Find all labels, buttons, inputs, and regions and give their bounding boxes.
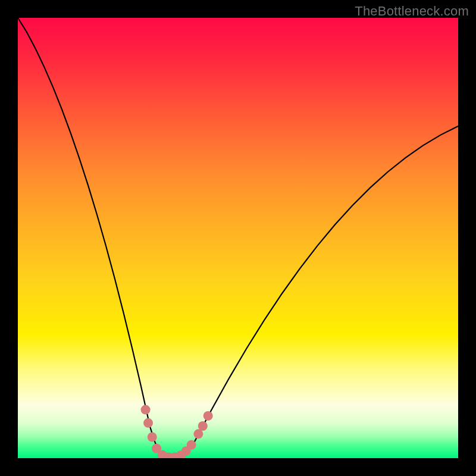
marker-point xyxy=(203,411,213,421)
chart-frame: TheBottleneck.com xyxy=(0,0,476,476)
marker-point xyxy=(187,440,196,450)
marker-point xyxy=(148,432,157,441)
marker-point xyxy=(141,405,151,415)
chart-svg xyxy=(18,18,458,458)
watermark-text: TheBottleneck.com xyxy=(355,4,469,19)
bottleneck-curve xyxy=(18,18,458,458)
marker-point xyxy=(198,421,208,431)
marker-point xyxy=(143,418,153,428)
plot-area xyxy=(18,18,458,458)
